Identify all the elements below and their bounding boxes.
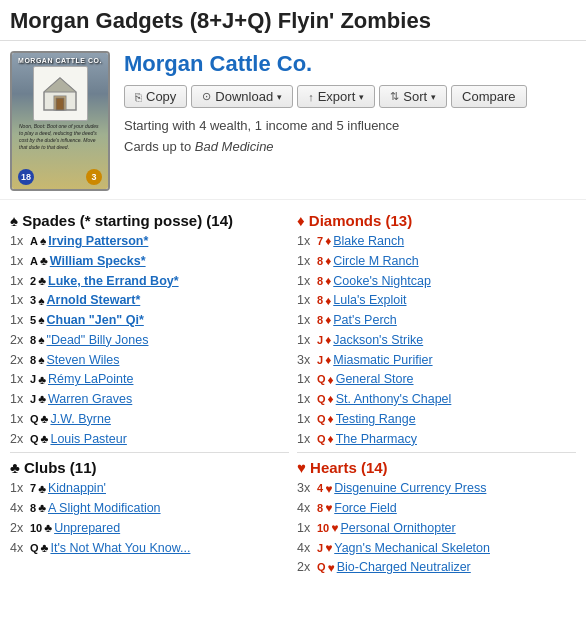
list-item: 1x7♦Blake Ranch	[297, 232, 576, 251]
card-value: J	[317, 332, 323, 349]
card-suit-icon: ♣	[40, 252, 48, 270]
card-name[interactable]: "Dead" Billy Jones	[47, 331, 149, 350]
card-name[interactable]: St. Anthony's Chapel	[336, 390, 452, 409]
card-name[interactable]: Blake Ranch	[333, 232, 404, 251]
card-name[interactable]: Disgenuine Currency Press	[334, 479, 486, 498]
card-name[interactable]: Rémy LaPointe	[48, 370, 133, 389]
card-qty: 1x	[297, 272, 315, 291]
card-value: 8	[30, 500, 36, 517]
card-name[interactable]: A Slight Modification	[48, 499, 161, 518]
deck-image-house	[33, 66, 88, 121]
card-name[interactable]: Louis Pasteur	[50, 430, 126, 449]
card-suit-icon: ♥	[325, 539, 332, 557]
card-suit-icon: ♦	[325, 311, 331, 329]
card-suit-icon: ♣	[44, 519, 52, 537]
deck-name: Morgan Cattle Co.	[124, 51, 576, 77]
card-qty: 1x	[297, 232, 315, 251]
card-qty: 1x	[297, 390, 315, 409]
card-value: 7	[30, 480, 36, 497]
card-name[interactable]: Jackson's Strike	[333, 331, 423, 350]
deck-info: Morgan Cattle Co. ⎘ Copy ⊙ Download ▾ ↑ …	[110, 51, 576, 158]
card-value: Q	[317, 411, 326, 428]
card-value: 7	[317, 233, 323, 250]
list-item: 4x8♣A Slight Modification	[10, 499, 289, 518]
export-chevron: ▾	[359, 92, 364, 102]
card-name[interactable]: Lula's Exploit	[333, 291, 406, 310]
card-value: J	[30, 371, 36, 388]
card-name[interactable]: Yagn's Mechanical Skeleton	[334, 539, 490, 558]
card-name[interactable]: Miasmatic Purifier	[333, 351, 432, 370]
svg-marker-2	[44, 78, 76, 92]
list-item: 2xQ♣Louis Pasteur	[10, 430, 289, 449]
card-suit-icon: ♣	[41, 430, 49, 448]
card-name[interactable]: Unprepared	[54, 519, 120, 538]
list-item: 2xQ♥Bio-Charged Neutralizer	[297, 558, 576, 577]
card-suit-icon: ♣	[41, 539, 49, 557]
card-name[interactable]: Warren Graves	[48, 390, 132, 409]
sort-chevron: ▾	[431, 92, 436, 102]
list-item: 1x2♣Luke, the Errand Boy*	[10, 272, 289, 291]
card-qty: 1x	[10, 390, 28, 409]
card-name[interactable]: Luke, the Errand Boy*	[48, 272, 179, 291]
card-suit-icon: ♠	[38, 331, 44, 349]
list-item: 1xQ♣J.W. Byrne	[10, 410, 289, 429]
deck-image: MORGAN CATTLE CO. Noon, Boot: Boot one o…	[10, 51, 110, 191]
card-name[interactable]: The Pharmacy	[336, 430, 417, 449]
card-suit-icon: ♠	[38, 351, 44, 369]
card-suit-icon: ♦	[328, 430, 334, 448]
card-value: Q	[30, 411, 39, 428]
card-qty: 1x	[10, 291, 28, 310]
card-value: A	[30, 233, 38, 250]
card-suit-icon: ♦	[328, 371, 334, 389]
card-name[interactable]: Arnold Stewart*	[47, 291, 141, 310]
copy-button[interactable]: ⎘ Copy	[124, 85, 187, 108]
card-value: J	[317, 352, 323, 369]
list-item: 1x5♠Chuan "Jen" Qi*	[10, 311, 289, 330]
card-name[interactable]: Personal Ornithopter	[340, 519, 455, 538]
compare-button[interactable]: Compare	[451, 85, 526, 108]
card-qty: 1x	[10, 410, 28, 429]
list-item: 4x8♥Force Field	[297, 499, 576, 518]
card-qty: 1x	[10, 252, 28, 271]
export-icon: ↑	[308, 91, 314, 103]
download-button[interactable]: ⊙ Download ▾	[191, 85, 293, 108]
list-item: 1xA♣William Specks*	[10, 252, 289, 271]
card-suit-icon: ♠	[38, 292, 44, 310]
deck-meta-line1: Starting with 4 wealth, 1 income and 5 i…	[124, 116, 576, 137]
card-name[interactable]: Irving Patterson*	[48, 232, 148, 251]
card-name[interactable]: Kidnappin'	[48, 479, 106, 498]
card-qty: 2x	[10, 519, 28, 538]
list-item: 3x4♥Disgenuine Currency Press	[297, 479, 576, 498]
card-name[interactable]: General Store	[336, 370, 414, 389]
card-name[interactable]: Testing Range	[336, 410, 416, 429]
card-qty: 1x	[10, 479, 28, 498]
list-item: 1x8♦Circle M Ranch	[297, 252, 576, 271]
card-suit-icon: ♥	[325, 499, 332, 517]
card-value: Q	[317, 391, 326, 408]
card-value: 8	[317, 253, 323, 270]
card-qty: 1x	[297, 410, 315, 429]
card-name[interactable]: Pat's Perch	[333, 311, 397, 330]
clubs-header: ♣ Clubs (11)	[10, 459, 289, 476]
card-name[interactable]: J.W. Byrne	[50, 410, 110, 429]
card-name[interactable]: Force Field	[334, 499, 397, 518]
card-name[interactable]: William Specks*	[50, 252, 146, 271]
card-name[interactable]: Cooke's Nightcap	[333, 272, 431, 291]
right-column: ♦ Diamonds (13) 1x7♦Blake Ranch1x8♦Circl…	[297, 206, 576, 578]
card-name[interactable]: Circle M Ranch	[333, 252, 418, 271]
card-name[interactable]: It's Not What You Know...	[50, 539, 190, 558]
card-name[interactable]: Steven Wiles	[47, 351, 120, 370]
card-value: 8	[30, 332, 36, 349]
list-item: 1xJ♦Jackson's Strike	[297, 331, 576, 350]
list-item: 1x8♦Pat's Perch	[297, 311, 576, 330]
card-name[interactable]: Bio-Charged Neutralizer	[337, 558, 471, 577]
export-button[interactable]: ↑ Export ▾	[297, 85, 375, 108]
card-qty: 1x	[10, 272, 28, 291]
sort-button[interactable]: ⇅ Sort ▾	[379, 85, 447, 108]
card-value: 5	[30, 312, 36, 329]
page-title: Morgan Gadgets (8+J+Q) Flyin' Zombies	[0, 0, 586, 41]
card-qty: 3x	[297, 351, 315, 370]
list-item: 1xQ♦St. Anthony's Chapel	[297, 390, 576, 409]
card-qty: 1x	[297, 291, 315, 310]
card-name[interactable]: Chuan "Jen" Qi*	[47, 311, 144, 330]
